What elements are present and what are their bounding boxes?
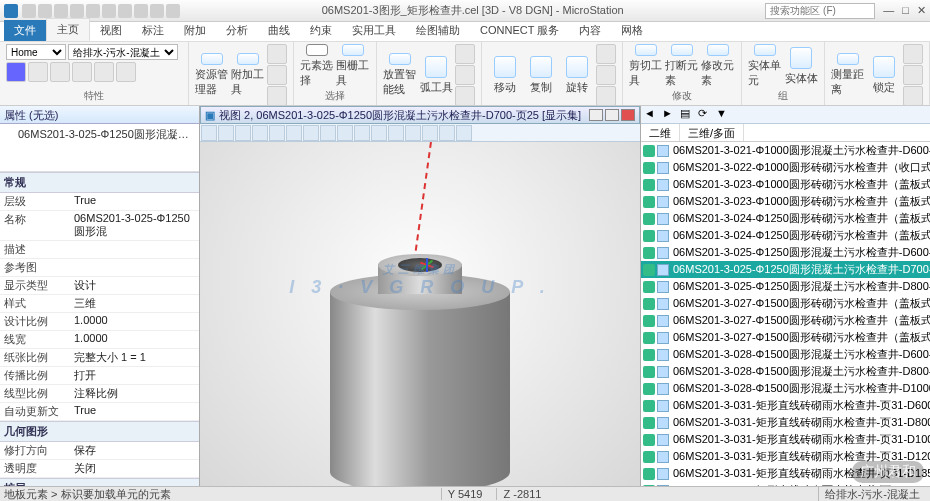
view-tool-icon[interactable] — [303, 125, 319, 141]
view-titlebar[interactable]: ▣ 视图 2, 06MS201-3-025-Φ1250圆形混凝土污水检查井-D7… — [200, 106, 640, 124]
tab-analyze[interactable]: 分析 — [216, 20, 258, 41]
cell-list-item[interactable]: 06MS201-3-022-Φ1000圆形砖砌污水检查井（收口式）-页22 — [641, 159, 930, 176]
tool-icon[interactable] — [903, 44, 923, 64]
prop-value[interactable]: 1.0000 — [70, 331, 199, 348]
tool-icon[interactable] — [596, 44, 616, 64]
fill-icon[interactable] — [72, 62, 92, 82]
cell-list-item[interactable]: 06MS201-3-031-矩形直线砖砌雨水检查井-页31-D800 — [641, 414, 930, 431]
prop-value[interactable]: 1.0000 — [70, 313, 199, 330]
view-max-icon[interactable] — [605, 109, 619, 121]
cell-list-item[interactable]: 06MS201-3-023-Φ1000圆形砖砌污水检查井（盖板式）-D600-页… — [641, 176, 930, 193]
prop-row[interactable]: 层级True — [0, 193, 199, 211]
prop-section[interactable]: 几何图形 — [0, 421, 199, 442]
prop-row[interactable]: 纸张比例完整大小 1 = 1 — [0, 349, 199, 367]
tab-content[interactable]: 内容 — [569, 20, 611, 41]
tab-constraints[interactable]: 约束 — [300, 20, 342, 41]
minimize-icon[interactable]: — — [883, 4, 894, 17]
view-tool-icon[interactable] — [320, 125, 336, 141]
cell-list-item[interactable]: 06MS201-3-024-Φ1250圆形砖砌污水检查井（盖板式）-D600-页… — [641, 210, 930, 227]
view-tool-icon[interactable] — [218, 125, 234, 141]
view-min-icon[interactable] — [589, 109, 603, 121]
properties-grid[interactable]: 常规层级True名称06MS201-3-025-Φ1250圆形混描述参考图显示类… — [0, 172, 199, 486]
cell-list-item[interactable]: 06MS201-3-024-Φ1250圆形砖砌污水检查井（盖板式）-D800-页… — [641, 227, 930, 244]
tool-icon[interactable] — [596, 86, 616, 106]
move-button[interactable]: 移动 — [488, 53, 522, 97]
solidtool-button[interactable]: 实体体 — [784, 44, 818, 88]
view-tool-icon[interactable] — [439, 125, 455, 141]
manhole-model[interactable] — [330, 262, 510, 486]
prop-row[interactable]: 传播比例打开 — [0, 367, 199, 385]
attach-button[interactable]: 附加工具 — [231, 53, 265, 97]
prop-value[interactable]: 06MS201-3-025-Φ1250圆形混 — [70, 211, 199, 240]
qat-icon[interactable] — [166, 4, 180, 18]
measure-button[interactable]: 测量距离 — [831, 53, 865, 97]
qat-redo-icon[interactable] — [54, 4, 68, 18]
color-picker-icon[interactable] — [6, 62, 26, 82]
cell-list-item[interactable]: 06MS201-3-021-Φ1000圆形混凝土污水检查井-D600-页21 — [641, 142, 930, 159]
arc-button[interactable]: 弧工具 — [419, 53, 453, 97]
cell-list-item[interactable]: 06MS201-3-028-Φ1500圆形混凝土污水检查井-D800-页28 — [641, 363, 930, 380]
prop-row[interactable]: 自动更新文True — [0, 403, 199, 421]
tool-icon[interactable] — [903, 65, 923, 85]
prop-value[interactable]: True — [70, 403, 199, 420]
prop-value[interactable]: 关闭 — [70, 460, 199, 477]
tab-drawing-aids[interactable]: 绘图辅助 — [406, 20, 470, 41]
prop-value[interactable]: True — [70, 193, 199, 210]
prop-row[interactable]: 修打方向保存 — [0, 442, 199, 460]
layer-select[interactable]: 给排水-污水-混凝土 — [68, 44, 178, 60]
funnel-icon[interactable]: ▼ — [716, 107, 732, 123]
tab-2d[interactable]: 二维 — [641, 124, 680, 141]
view-tool-icon[interactable] — [422, 125, 438, 141]
tree-item[interactable]: 06MS201-3-025-Φ1250圆形混凝土污水检查井-D700-页 — [4, 126, 195, 143]
prop-value[interactable]: 完整大小 1 = 1 — [70, 349, 199, 366]
cell-list-item[interactable]: 06MS201-3-027-Φ1500圆形砖砌污水检查井（盖板式）-D1000-… — [641, 329, 930, 346]
home-select[interactable]: Home — [6, 44, 66, 60]
tool-icon[interactable] — [455, 86, 475, 106]
cell-list-item[interactable]: 06MS201-3-028-Φ1500圆形混凝土污水检查井-D600-页28 — [641, 346, 930, 363]
view-tool-icon[interactable] — [354, 125, 370, 141]
tool-icon[interactable] — [455, 44, 475, 64]
view-tool-icon[interactable] — [235, 125, 251, 141]
qat-icon[interactable] — [150, 4, 164, 18]
tab-3d[interactable]: 三维/多面 — [680, 124, 744, 141]
tab-attach[interactable]: 附加 — [174, 20, 216, 41]
tab-mesh[interactable]: 网格 — [611, 20, 653, 41]
cell-list-item[interactable]: 06MS201-3-027-Φ1500圆形砖砌污水检查井（盖板式）-D800-页… — [641, 312, 930, 329]
prop-value[interactable]: 设计 — [70, 277, 199, 294]
view-tool-icon[interactable] — [371, 125, 387, 141]
tab-view[interactable]: 视图 — [90, 20, 132, 41]
cell-list-item[interactable]: 06MS201-3-025-Φ1250圆形混凝土污水检查井-D600-页25 — [641, 244, 930, 261]
3d-viewport[interactable]: 艾三维集团 I 3 · V G R O U P . — [200, 142, 640, 486]
prop-value[interactable] — [70, 241, 199, 258]
prop-row[interactable]: 名称06MS201-3-025-Φ1250圆形混 — [0, 211, 199, 241]
tab-utilities[interactable]: 实用工具 — [342, 20, 406, 41]
prop-row[interactable]: 透明度关闭 — [0, 460, 199, 478]
view-tool-icon[interactable] — [286, 125, 302, 141]
qat-open-icon[interactable] — [86, 4, 100, 18]
explorer-button[interactable]: 资源管理器 — [195, 53, 229, 97]
view-close-icon[interactable] — [621, 109, 635, 121]
break-button[interactable]: 打断元素 — [665, 44, 699, 88]
fence-button[interactable]: 围栅工具 — [336, 44, 370, 88]
cell-list-item[interactable]: 06MS201-3-025-Φ1250圆形混凝土污水检查井-D800-页25 — [641, 278, 930, 295]
qat-save-icon[interactable] — [22, 4, 36, 18]
model-tree[interactable]: 06MS201-3-025-Φ1250圆形混凝土污水检查井-D700-页 — [0, 124, 199, 172]
qat-icon[interactable] — [118, 4, 132, 18]
prop-row[interactable]: 线型比例注释比例 — [0, 385, 199, 403]
gizmo-icon[interactable] — [416, 260, 426, 270]
prop-row[interactable]: 设计比例1.0000 — [0, 313, 199, 331]
filter-icon[interactable]: ▤ — [680, 107, 696, 123]
library-toolbar[interactable]: ◄ ► ▤ ⟳ ▼ — [641, 106, 930, 124]
prop-row[interactable]: 参考图 — [0, 259, 199, 277]
prop-section[interactable]: 常规 — [0, 172, 199, 193]
prop-row[interactable]: 线宽1.0000 — [0, 331, 199, 349]
cell-list-item[interactable]: 06MS201-3-031-矩形直线砖砌雨水检查井-页31-D1000 — [641, 431, 930, 448]
tool-icon[interactable] — [455, 65, 475, 85]
tool-icon[interactable] — [267, 65, 287, 85]
tool-icon[interactable] — [596, 65, 616, 85]
prop-section[interactable]: 扩展 — [0, 478, 199, 486]
refresh-icon[interactable]: ⟳ — [698, 107, 714, 123]
prop-row[interactable]: 显示类型设计 — [0, 277, 199, 295]
tab-curves[interactable]: 曲线 — [258, 20, 300, 41]
ribbon-search-input[interactable] — [765, 3, 875, 19]
